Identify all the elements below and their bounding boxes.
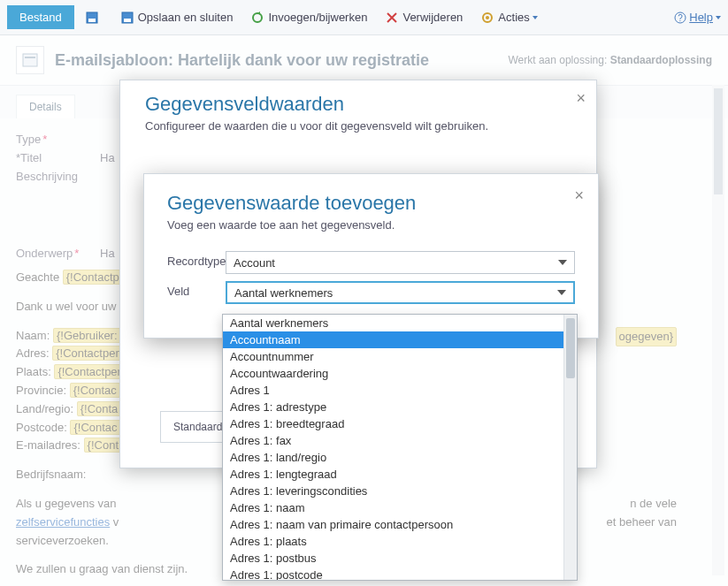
actions-menu[interactable]: Acties <box>473 7 544 28</box>
veld-value: Aantal werknemers <box>234 286 333 300</box>
help-icon: ? <box>674 11 686 24</box>
svg-text:?: ? <box>678 13 683 23</box>
dropdown-option[interactable]: Adres 1: naam van primaire contactpersoo… <box>223 516 563 533</box>
modal1-title: Gegevensveldwaarden <box>145 93 577 116</box>
dropdown-option[interactable]: Adres 1: fax <box>223 432 563 449</box>
save-icon <box>85 11 99 25</box>
dropdown-option[interactable]: Adres 1: postbus <box>223 550 563 567</box>
save-button[interactable] <box>78 7 110 28</box>
insert-update-button[interactable]: Invoegen/bijwerken <box>243 7 374 28</box>
veld-select[interactable]: Aantal werknemers <box>226 281 575 304</box>
recordtype-select[interactable]: Account <box>226 251 575 274</box>
veld-dropdown: Aantal werknemersAccountnaamAccountnumme… <box>222 314 578 581</box>
chevron-down-icon <box>533 16 538 19</box>
dropdown-option[interactable]: Aantal werknemers <box>223 315 563 331</box>
dropdown-option[interactable]: Adres 1: leveringscondities <box>223 483 563 499</box>
insert-update-label: Invoegen/bijwerken <box>268 11 367 24</box>
gear-icon <box>480 11 494 25</box>
app-toolbar: Bestand Opslaan en sluiten Invoegen/bijw… <box>0 0 728 35</box>
scrollbar-thumb[interactable] <box>566 318 575 378</box>
recordtype-label: Recordtype <box>167 251 226 268</box>
save-close-icon <box>120 11 134 25</box>
svg-rect-1 <box>88 19 96 22</box>
help-label: Help <box>689 11 713 24</box>
close-icon[interactable]: × <box>576 89 586 108</box>
dropdown-option[interactable]: Accountwaardering <box>223 365 563 382</box>
scrollbar[interactable] <box>563 315 577 580</box>
delete-label: Verwijderen <box>402 11 463 24</box>
chevron-down-icon <box>558 260 567 265</box>
file-menu[interactable]: Bestand <box>7 5 74 29</box>
chevron-down-icon <box>557 290 566 295</box>
svg-point-4 <box>253 13 262 22</box>
veld-label: Veld <box>167 281 226 298</box>
close-icon[interactable]: × <box>574 186 584 205</box>
refresh-icon <box>250 11 264 25</box>
save-close-label: Opslaan en sluiten <box>138 11 234 24</box>
svg-rect-3 <box>124 19 131 22</box>
modal2-subtitle: Voeg een waarde toe aan het gegevensveld… <box>167 218 575 232</box>
dropdown-option[interactable]: Adres 1: plaats <box>223 533 563 550</box>
save-close-button[interactable]: Opslaan en sluiten <box>113 7 241 28</box>
chevron-down-icon <box>716 16 721 19</box>
dropdown-option[interactable]: Adres 1: lengtegraad <box>223 466 563 483</box>
dropdown-option[interactable]: Adres 1: postcode <box>223 567 563 580</box>
delete-button[interactable]: Verwijderen <box>378 7 470 28</box>
dropdown-option[interactable]: Adres 1: land/regio <box>223 449 563 466</box>
dropdown-option[interactable]: Adres 1: breedtegraad <box>223 415 563 432</box>
recordtype-value: Account <box>234 256 275 270</box>
dropdown-list: Aantal werknemersAccountnaamAccountnumme… <box>223 315 563 580</box>
help-link[interactable]: ? Help <box>674 11 721 24</box>
dropdown-option[interactable]: Adres 1 <box>223 382 563 399</box>
dropdown-option[interactable]: Accountnaam <box>223 331 563 348</box>
dropdown-option[interactable]: Adres 1: naam <box>223 499 563 516</box>
dropdown-option[interactable]: Accountnummer <box>223 348 563 365</box>
dropdown-option[interactable]: Adres 1: adrestype <box>223 399 563 415</box>
modal2-title: Gegevenswaarde toevoegen <box>167 192 575 215</box>
modal1-subtitle: Configureer de waarden die u voor dit ge… <box>145 119 577 133</box>
actions-label: Acties <box>498 11 529 24</box>
svg-point-6 <box>486 16 489 19</box>
delete-icon <box>385 11 399 25</box>
